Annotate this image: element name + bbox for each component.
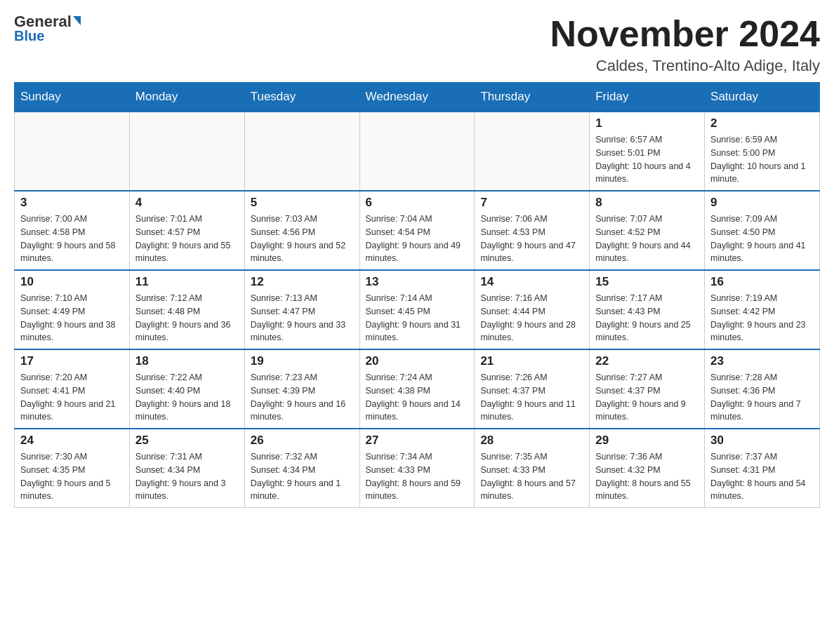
calendar-cell: 18Sunrise: 7:22 AMSunset: 4:40 PMDayligh… bbox=[129, 349, 244, 429]
title-section: November 2024 Caldes, Trentino-Alto Adig… bbox=[550, 14, 820, 75]
day-number: 22 bbox=[595, 354, 699, 368]
weekday-header-monday: Monday bbox=[129, 83, 244, 112]
day-info: Sunrise: 7:10 AMSunset: 4:49 PMDaylight:… bbox=[20, 292, 124, 344]
day-info: Sunrise: 7:32 AMSunset: 4:34 PMDaylight:… bbox=[251, 450, 354, 503]
week-row-3: 10Sunrise: 7:10 AMSunset: 4:49 PMDayligh… bbox=[15, 270, 820, 349]
logo: General Blue bbox=[14, 14, 81, 44]
calendar-cell: 1Sunrise: 6:57 AMSunset: 5:01 PMDaylight… bbox=[590, 112, 705, 191]
calendar-cell: 10Sunrise: 7:10 AMSunset: 4:49 PMDayligh… bbox=[15, 270, 130, 349]
day-info: Sunrise: 7:12 AMSunset: 4:48 PMDaylight:… bbox=[135, 292, 239, 344]
day-number: 19 bbox=[251, 354, 354, 368]
calendar-cell: 17Sunrise: 7:20 AMSunset: 4:41 PMDayligh… bbox=[15, 349, 130, 429]
calendar-cell bbox=[15, 112, 130, 191]
day-info: Sunrise: 7:04 AMSunset: 4:54 PMDaylight:… bbox=[366, 213, 469, 265]
day-number: 4 bbox=[135, 196, 239, 210]
calendar-cell: 5Sunrise: 7:03 AMSunset: 4:56 PMDaylight… bbox=[244, 191, 359, 270]
calendar-cell: 30Sunrise: 7:37 AMSunset: 4:31 PMDayligh… bbox=[705, 429, 820, 508]
calendar-cell: 4Sunrise: 7:01 AMSunset: 4:57 PMDaylight… bbox=[129, 191, 244, 270]
day-info: Sunrise: 7:09 AMSunset: 4:50 PMDaylight:… bbox=[710, 213, 814, 265]
week-row-2: 3Sunrise: 7:00 AMSunset: 4:58 PMDaylight… bbox=[15, 191, 820, 270]
day-info: Sunrise: 7:13 AMSunset: 4:47 PMDaylight:… bbox=[251, 292, 354, 344]
calendar-cell: 29Sunrise: 7:36 AMSunset: 4:32 PMDayligh… bbox=[590, 429, 705, 508]
day-number: 3 bbox=[20, 196, 124, 210]
day-number: 10 bbox=[20, 275, 124, 289]
day-info: Sunrise: 7:23 AMSunset: 4:39 PMDaylight:… bbox=[251, 371, 354, 424]
day-info: Sunrise: 7:03 AMSunset: 4:56 PMDaylight:… bbox=[251, 213, 354, 265]
calendar-table: SundayMondayTuesdayWednesdayThursdayFrid… bbox=[14, 82, 820, 508]
day-number: 28 bbox=[480, 434, 583, 448]
day-number: 29 bbox=[595, 434, 699, 448]
weekday-header-row: SundayMondayTuesdayWednesdayThursdayFrid… bbox=[15, 83, 820, 112]
calendar-cell bbox=[244, 112, 359, 191]
calendar-cell: 14Sunrise: 7:16 AMSunset: 4:44 PMDayligh… bbox=[475, 270, 590, 349]
calendar-cell: 13Sunrise: 7:14 AMSunset: 4:45 PMDayligh… bbox=[359, 270, 475, 349]
day-number: 1 bbox=[595, 116, 699, 130]
day-number: 16 bbox=[710, 275, 814, 289]
day-info: Sunrise: 6:57 AMSunset: 5:01 PMDaylight:… bbox=[595, 133, 699, 186]
day-number: 8 bbox=[595, 196, 699, 210]
calendar-cell: 9Sunrise: 7:09 AMSunset: 4:50 PMDaylight… bbox=[705, 191, 820, 270]
month-title: November 2024 bbox=[550, 14, 820, 54]
day-info: Sunrise: 7:31 AMSunset: 4:34 PMDaylight:… bbox=[135, 450, 239, 503]
day-info: Sunrise: 7:01 AMSunset: 4:57 PMDaylight:… bbox=[135, 213, 239, 265]
calendar-cell: 23Sunrise: 7:28 AMSunset: 4:36 PMDayligh… bbox=[705, 349, 820, 429]
day-info: Sunrise: 7:26 AMSunset: 4:37 PMDaylight:… bbox=[480, 371, 583, 424]
calendar-cell: 7Sunrise: 7:06 AMSunset: 4:53 PMDaylight… bbox=[475, 191, 590, 270]
weekday-header-tuesday: Tuesday bbox=[244, 83, 359, 112]
calendar-cell: 8Sunrise: 7:07 AMSunset: 4:52 PMDaylight… bbox=[590, 191, 705, 270]
day-info: Sunrise: 7:30 AMSunset: 4:35 PMDaylight:… bbox=[20, 450, 124, 503]
calendar-cell bbox=[475, 112, 590, 191]
weekday-header-thursday: Thursday bbox=[475, 83, 590, 112]
day-info: Sunrise: 7:07 AMSunset: 4:52 PMDaylight:… bbox=[595, 213, 699, 265]
day-number: 9 bbox=[710, 196, 814, 210]
day-number: 17 bbox=[20, 354, 124, 368]
day-info: Sunrise: 7:17 AMSunset: 4:43 PMDaylight:… bbox=[595, 292, 699, 344]
day-info: Sunrise: 7:34 AMSunset: 4:33 PMDaylight:… bbox=[366, 450, 469, 503]
day-number: 5 bbox=[251, 196, 354, 210]
day-number: 21 bbox=[480, 354, 583, 368]
calendar-cell bbox=[129, 112, 244, 191]
week-row-1: 1Sunrise: 6:57 AMSunset: 5:01 PMDaylight… bbox=[15, 112, 820, 191]
day-number: 24 bbox=[20, 434, 124, 448]
calendar-cell: 26Sunrise: 7:32 AMSunset: 4:34 PMDayligh… bbox=[244, 429, 359, 508]
location: Caldes, Trentino-Alto Adige, Italy bbox=[550, 57, 820, 75]
calendar-cell: 16Sunrise: 7:19 AMSunset: 4:42 PMDayligh… bbox=[705, 270, 820, 349]
day-number: 18 bbox=[135, 354, 239, 368]
week-row-4: 17Sunrise: 7:20 AMSunset: 4:41 PMDayligh… bbox=[15, 349, 820, 429]
day-info: Sunrise: 7:19 AMSunset: 4:42 PMDaylight:… bbox=[710, 292, 814, 344]
day-info: Sunrise: 7:37 AMSunset: 4:31 PMDaylight:… bbox=[710, 450, 814, 503]
calendar-cell: 12Sunrise: 7:13 AMSunset: 4:47 PMDayligh… bbox=[244, 270, 359, 349]
calendar-cell: 24Sunrise: 7:30 AMSunset: 4:35 PMDayligh… bbox=[15, 429, 130, 508]
calendar-cell: 21Sunrise: 7:26 AMSunset: 4:37 PMDayligh… bbox=[475, 349, 590, 429]
calendar-cell: 2Sunrise: 6:59 AMSunset: 5:00 PMDaylight… bbox=[705, 112, 820, 191]
logo-general: General bbox=[14, 14, 81, 29]
day-number: 14 bbox=[480, 275, 583, 289]
day-number: 7 bbox=[480, 196, 583, 210]
day-number: 12 bbox=[251, 275, 354, 289]
calendar-cell: 28Sunrise: 7:35 AMSunset: 4:33 PMDayligh… bbox=[475, 429, 590, 508]
day-info: Sunrise: 7:20 AMSunset: 4:41 PMDaylight:… bbox=[20, 371, 124, 424]
day-info: Sunrise: 7:00 AMSunset: 4:58 PMDaylight:… bbox=[20, 213, 124, 265]
day-info: Sunrise: 7:27 AMSunset: 4:37 PMDaylight:… bbox=[595, 371, 699, 424]
weekday-header-wednesday: Wednesday bbox=[359, 83, 475, 112]
day-info: Sunrise: 7:36 AMSunset: 4:32 PMDaylight:… bbox=[595, 450, 699, 503]
calendar-cell: 25Sunrise: 7:31 AMSunset: 4:34 PMDayligh… bbox=[129, 429, 244, 508]
day-info: Sunrise: 7:06 AMSunset: 4:53 PMDaylight:… bbox=[480, 213, 583, 265]
day-number: 27 bbox=[366, 434, 469, 448]
day-number: 11 bbox=[135, 275, 239, 289]
day-number: 20 bbox=[366, 354, 469, 368]
day-info: Sunrise: 7:35 AMSunset: 4:33 PMDaylight:… bbox=[480, 450, 583, 503]
weekday-header-sunday: Sunday bbox=[15, 83, 130, 112]
day-info: Sunrise: 7:22 AMSunset: 4:40 PMDaylight:… bbox=[135, 371, 239, 424]
day-info: Sunrise: 7:16 AMSunset: 4:44 PMDaylight:… bbox=[480, 292, 583, 344]
week-row-5: 24Sunrise: 7:30 AMSunset: 4:35 PMDayligh… bbox=[15, 429, 820, 508]
calendar-cell: 19Sunrise: 7:23 AMSunset: 4:39 PMDayligh… bbox=[244, 349, 359, 429]
day-number: 2 bbox=[710, 116, 814, 130]
day-number: 6 bbox=[366, 196, 469, 210]
weekday-header-friday: Friday bbox=[590, 83, 705, 112]
day-info: Sunrise: 7:24 AMSunset: 4:38 PMDaylight:… bbox=[366, 371, 469, 424]
day-number: 26 bbox=[251, 434, 354, 448]
day-info: Sunrise: 7:28 AMSunset: 4:36 PMDaylight:… bbox=[710, 371, 814, 424]
weekday-header-saturday: Saturday bbox=[705, 83, 820, 112]
day-number: 15 bbox=[595, 275, 699, 289]
